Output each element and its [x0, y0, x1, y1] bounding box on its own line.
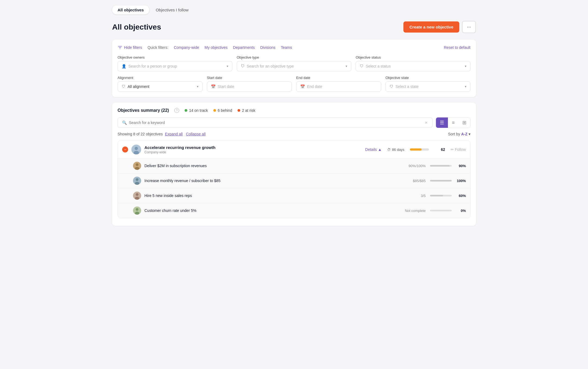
summary-header: Objectives summary (22) ? 14 on track 6 …: [118, 108, 470, 113]
svg-point-13: [136, 208, 138, 211]
objective-type-select[interactable]: ⛉ Search for an objective type ▾: [237, 61, 352, 71]
page-header: All objectives Create a new objective ··…: [112, 21, 476, 33]
avatar: [131, 145, 141, 154]
sub-objective-row: Customer churn rate under 5% Not complet…: [118, 203, 470, 218]
sub-objective-name: Deliver $2M in subscription revenues: [144, 164, 398, 168]
quick-filter-teams[interactable]: Teams: [281, 45, 292, 50]
objective-state-label: Objective state: [385, 76, 470, 80]
quick-filter-departments[interactable]: Departments: [233, 45, 255, 50]
at-risk-label: 2 at risk: [242, 108, 255, 113]
showing-row: Showing 8 of 22 objectives Expand all Co…: [118, 132, 470, 136]
at-risk-dot: [238, 109, 240, 112]
tab-all-objectives[interactable]: All objectives: [112, 5, 149, 14]
objective-state-select[interactable]: ⛉ Select a state ▾: [385, 81, 470, 92]
sub-objective-name: Customer churn rate under 5%: [144, 208, 398, 213]
on-track-dot: [185, 109, 187, 112]
sub-value: $85/$85: [401, 179, 426, 183]
header-actions: Create a new objective ···: [403, 21, 476, 33]
view-grid-button[interactable]: ⊞: [459, 117, 470, 128]
follow-button[interactable]: ✏ Follow: [451, 147, 466, 152]
sub-percent: 0%: [456, 209, 466, 213]
end-date-select[interactable]: 📅 End date: [296, 81, 381, 92]
svg-point-7: [136, 178, 138, 181]
progress-percent: 62: [434, 147, 445, 152]
filters-panel: Hide filters Quick filters: Company-wide…: [112, 40, 476, 97]
sub-objective-row: Hire 5 new inside sales reps 3/5 60%: [118, 188, 470, 203]
svg-point-1: [135, 147, 138, 150]
tabs-bar: All objectives Objectives I follow: [112, 5, 476, 14]
keyword-search-input[interactable]: [129, 120, 422, 125]
view-toggle: ☰ ≡ ⊞: [436, 117, 470, 128]
hide-filters-button[interactable]: Hide filters: [118, 45, 142, 50]
sub-objective-meta: $85/$85 100%: [401, 179, 466, 183]
collapse-all-link[interactable]: Collapse all: [186, 132, 206, 136]
sub-objective-row: Deliver $2M in subscription revenues 90%…: [118, 158, 470, 173]
sub-objective-meta: 90%/100% 90%: [401, 164, 466, 168]
filter-type-icon: ⛉: [241, 64, 245, 68]
objective-state-filter: Objective state ⛉ Select a state ▾: [385, 76, 470, 92]
objective-main-row: − Accelerate recurring revenue growth Co…: [118, 141, 470, 158]
sub-progress-bar: [430, 165, 452, 167]
sub-value: 90%/100%: [401, 164, 426, 168]
on-track-status: 14 on track: [185, 108, 208, 113]
objective-card: − Accelerate recurring revenue growth Co…: [118, 141, 470, 218]
keyword-search-box[interactable]: 🔍 ✕: [118, 117, 432, 128]
summary-section: Objectives summary (22) ? 14 on track 6 …: [112, 103, 476, 226]
clear-search-icon[interactable]: ✕: [425, 120, 428, 125]
start-date-select[interactable]: 📅 Start date: [207, 81, 292, 92]
sub-objective-meta: Not complete 0%: [401, 209, 466, 213]
sort-value[interactable]: A-Z: [461, 132, 467, 136]
expand-all-link[interactable]: Expand all: [165, 132, 183, 136]
view-list-button[interactable]: ≡: [448, 117, 459, 128]
objective-owners-select[interactable]: 👤 Search for a person or group ▾: [118, 61, 232, 71]
behind-status: 6 behind: [213, 108, 232, 113]
days-info: ⏱ 86 days: [387, 148, 404, 152]
objective-status-label: Objective status: [356, 55, 470, 59]
start-date-placeholder: Start date: [218, 84, 288, 89]
search-row: 🔍 ✕ ☰ ≡ ⊞: [118, 117, 470, 128]
quick-filter-company-wide[interactable]: Company-wide: [174, 45, 199, 50]
info-icon[interactable]: ?: [174, 108, 179, 113]
create-objective-button[interactable]: Create a new objective: [403, 21, 459, 33]
sub-progress-fill: [430, 180, 452, 182]
chevron-down-icon: ▾: [227, 64, 228, 68]
sub-avatar: [133, 162, 141, 170]
days-value: 86 days: [392, 148, 404, 152]
sub-percent: 60%: [456, 194, 466, 198]
svg-point-4: [136, 163, 138, 166]
filters-bottom-row: Alignment ⛉ All alignment ▾ Start date 📅…: [118, 76, 470, 92]
behind-dot: [213, 109, 216, 112]
chevron-down-icon: ▾: [465, 64, 466, 68]
quick-filters-row: Hide filters Quick filters: Company-wide…: [118, 45, 470, 50]
filter-status-icon: ⛉: [360, 64, 363, 68]
tab-objectives-i-follow[interactable]: Objectives I follow: [150, 5, 194, 14]
chevron-down-icon: ▾: [346, 64, 347, 68]
objective-status-select[interactable]: ⛉ Select a status ▾: [356, 61, 470, 71]
sub-percent: 100%: [456, 179, 466, 183]
more-options-button[interactable]: ···: [462, 21, 476, 33]
objective-owners-label: Objective owners: [118, 55, 232, 59]
calendar-icon: 📅: [211, 84, 216, 89]
filters-top-row: Objective owners 👤 Search for a person o…: [118, 55, 470, 71]
summary-title: Objectives summary (22): [118, 108, 169, 113]
details-button[interactable]: Details ▲: [365, 147, 382, 152]
sub-value: Not complete: [401, 209, 426, 213]
follow-label: Follow: [455, 147, 466, 152]
chevron-down-icon: ▾: [465, 85, 466, 88]
alignment-select[interactable]: ⛉ All alignment ▾: [118, 81, 203, 92]
end-date-label: End date: [296, 76, 381, 80]
search-icon: 🔍: [122, 120, 127, 125]
quick-filter-divisions[interactable]: Divisions: [260, 45, 276, 50]
objective-meta: Details ▲ ⏱ 86 days 62 ✏ Follow: [365, 147, 466, 152]
objective-type-placeholder: Search for an objective type: [247, 64, 344, 68]
svg-point-10: [136, 193, 138, 196]
reset-to-default-link[interactable]: Reset to default: [444, 45, 470, 50]
view-grouped-button[interactable]: ☰: [436, 117, 448, 128]
filter-state-icon: ⛉: [390, 84, 393, 89]
sub-objective-name: Increase monthly revenue / subscriber to…: [144, 179, 398, 183]
collapse-button[interactable]: −: [122, 147, 128, 152]
quick-filters-label: Quick filters:: [147, 45, 168, 50]
at-risk-status: 2 at risk: [238, 108, 255, 113]
sub-avatar: [133, 192, 141, 200]
quick-filter-my-objectives[interactable]: My objectives: [205, 45, 228, 50]
